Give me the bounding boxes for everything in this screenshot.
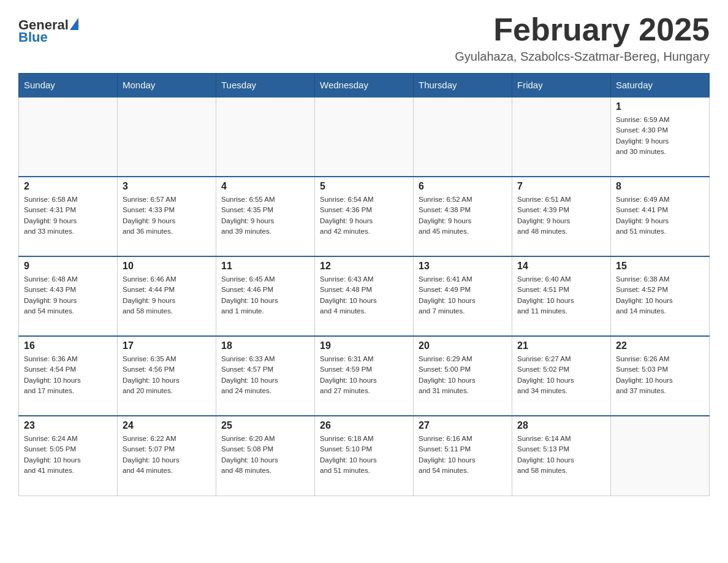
day-number: 21 xyxy=(517,340,605,351)
calendar-cell: 16Sunrise: 6:36 AM Sunset: 4:54 PM Dayli… xyxy=(19,336,118,416)
day-number: 24 xyxy=(123,420,211,431)
day-info: Sunrise: 6:40 AM Sunset: 4:51 PM Dayligh… xyxy=(517,274,605,316)
logo: General Blue xyxy=(18,18,78,44)
calendar-cell: 9Sunrise: 6:48 AM Sunset: 4:43 PM Daylig… xyxy=(19,256,118,336)
calendar-cell xyxy=(216,97,315,177)
calendar-week-5: 23Sunrise: 6:24 AM Sunset: 5:05 PM Dayli… xyxy=(19,416,710,496)
day-number: 23 xyxy=(24,420,112,431)
day-info: Sunrise: 6:54 AM Sunset: 4:36 PM Dayligh… xyxy=(320,194,408,237)
page-header: General Blue February 2025 Gyulahaza, Sz… xyxy=(18,12,710,64)
calendar-cell: 6Sunrise: 6:52 AM Sunset: 4:38 PM Daylig… xyxy=(414,177,512,256)
calendar-cell: 25Sunrise: 6:20 AM Sunset: 5:08 PM Dayli… xyxy=(216,416,315,496)
calendar-cell xyxy=(315,97,414,177)
calendar-cell: 26Sunrise: 6:18 AM Sunset: 5:10 PM Dayli… xyxy=(315,416,414,496)
day-number: 1 xyxy=(616,101,704,112)
day-number: 10 xyxy=(123,261,211,272)
title-section: February 2025 Gyulahaza, Szabolcs-Szatma… xyxy=(455,12,710,64)
day-number: 16 xyxy=(24,340,112,351)
day-info: Sunrise: 6:24 AM Sunset: 5:05 PM Dayligh… xyxy=(24,434,112,476)
day-info: Sunrise: 6:51 AM Sunset: 4:39 PM Dayligh… xyxy=(517,194,605,237)
day-number: 18 xyxy=(221,340,309,351)
day-info: Sunrise: 6:18 AM Sunset: 5:10 PM Dayligh… xyxy=(320,434,408,476)
calendar-cell: 20Sunrise: 6:29 AM Sunset: 5:00 PM Dayli… xyxy=(414,336,512,416)
col-header-tuesday: Tuesday xyxy=(216,74,315,98)
day-info: Sunrise: 6:57 AM Sunset: 4:33 PM Dayligh… xyxy=(123,194,211,237)
day-info: Sunrise: 6:52 AM Sunset: 4:38 PM Dayligh… xyxy=(419,194,507,237)
col-header-thursday: Thursday xyxy=(414,74,512,98)
day-info: Sunrise: 6:26 AM Sunset: 5:03 PM Dayligh… xyxy=(616,354,704,396)
day-number: 17 xyxy=(123,340,211,351)
day-info: Sunrise: 6:46 AM Sunset: 4:44 PM Dayligh… xyxy=(123,274,211,316)
calendar-cell: 3Sunrise: 6:57 AM Sunset: 4:33 PM Daylig… xyxy=(118,177,216,256)
calendar-week-1: 1Sunrise: 6:59 AM Sunset: 4:30 PM Daylig… xyxy=(19,97,710,177)
day-info: Sunrise: 6:59 AM Sunset: 4:30 PM Dayligh… xyxy=(616,115,704,157)
calendar-cell: 23Sunrise: 6:24 AM Sunset: 5:05 PM Dayli… xyxy=(19,416,118,496)
calendar-cell: 15Sunrise: 6:38 AM Sunset: 4:52 PM Dayli… xyxy=(611,256,710,336)
calendar-cell: 27Sunrise: 6:16 AM Sunset: 5:11 PM Dayli… xyxy=(414,416,512,496)
col-header-sunday: Sunday xyxy=(19,74,118,98)
day-number: 11 xyxy=(221,261,309,272)
day-number: 8 xyxy=(616,181,704,192)
calendar-cell: 10Sunrise: 6:46 AM Sunset: 4:44 PM Dayli… xyxy=(118,256,216,336)
day-number: 28 xyxy=(517,420,605,431)
month-title: February 2025 xyxy=(455,12,710,47)
day-info: Sunrise: 6:43 AM Sunset: 4:48 PM Dayligh… xyxy=(320,274,408,316)
day-number: 20 xyxy=(419,340,507,351)
day-number: 4 xyxy=(221,181,309,192)
day-info: Sunrise: 6:49 AM Sunset: 4:41 PM Dayligh… xyxy=(616,194,704,237)
calendar-week-3: 9Sunrise: 6:48 AM Sunset: 4:43 PM Daylig… xyxy=(19,256,710,336)
calendar-cell: 5Sunrise: 6:54 AM Sunset: 4:36 PM Daylig… xyxy=(315,177,414,256)
day-info: Sunrise: 6:45 AM Sunset: 4:46 PM Dayligh… xyxy=(221,274,309,316)
calendar-cell: 13Sunrise: 6:41 AM Sunset: 4:49 PM Dayli… xyxy=(414,256,512,336)
day-number: 27 xyxy=(419,420,507,431)
day-number: 3 xyxy=(123,181,211,192)
calendar-cell: 21Sunrise: 6:27 AM Sunset: 5:02 PM Dayli… xyxy=(512,336,611,416)
calendar-cell xyxy=(512,97,611,177)
day-info: Sunrise: 6:36 AM Sunset: 4:54 PM Dayligh… xyxy=(24,354,112,396)
calendar-cell: 7Sunrise: 6:51 AM Sunset: 4:39 PM Daylig… xyxy=(512,177,611,256)
day-info: Sunrise: 6:27 AM Sunset: 5:02 PM Dayligh… xyxy=(517,354,605,396)
calendar-week-4: 16Sunrise: 6:36 AM Sunset: 4:54 PM Dayli… xyxy=(19,336,710,416)
day-number: 22 xyxy=(616,340,704,351)
day-number: 26 xyxy=(320,420,408,431)
calendar-cell: 1Sunrise: 6:59 AM Sunset: 4:30 PM Daylig… xyxy=(611,97,710,177)
day-info: Sunrise: 6:29 AM Sunset: 5:00 PM Dayligh… xyxy=(419,354,507,396)
col-header-saturday: Saturday xyxy=(611,74,710,98)
calendar-cell: 14Sunrise: 6:40 AM Sunset: 4:51 PM Dayli… xyxy=(512,256,611,336)
calendar-cell: 4Sunrise: 6:55 AM Sunset: 4:35 PM Daylig… xyxy=(216,177,315,256)
day-number: 2 xyxy=(24,181,112,192)
calendar-header-row: Sunday Monday Tuesday Wednesday Thursday… xyxy=(19,74,710,98)
calendar-cell: 11Sunrise: 6:45 AM Sunset: 4:46 PM Dayli… xyxy=(216,256,315,336)
calendar-cell: 28Sunrise: 6:14 AM Sunset: 5:13 PM Dayli… xyxy=(512,416,611,496)
day-number: 19 xyxy=(320,340,408,351)
day-info: Sunrise: 6:33 AM Sunset: 4:57 PM Dayligh… xyxy=(221,354,309,396)
calendar-cell: 2Sunrise: 6:58 AM Sunset: 4:31 PM Daylig… xyxy=(19,177,118,256)
logo-text-blue: Blue xyxy=(18,31,48,44)
calendar-cell xyxy=(611,416,710,496)
calendar-cell: 18Sunrise: 6:33 AM Sunset: 4:57 PM Dayli… xyxy=(216,336,315,416)
day-info: Sunrise: 6:31 AM Sunset: 4:59 PM Dayligh… xyxy=(320,354,408,396)
calendar-week-2: 2Sunrise: 6:58 AM Sunset: 4:31 PM Daylig… xyxy=(19,177,710,256)
day-number: 6 xyxy=(419,181,507,192)
day-info: Sunrise: 6:35 AM Sunset: 4:56 PM Dayligh… xyxy=(123,354,211,396)
day-info: Sunrise: 6:55 AM Sunset: 4:35 PM Dayligh… xyxy=(221,194,309,237)
calendar-cell xyxy=(414,97,512,177)
location-subtitle: Gyulahaza, Szabolcs-Szatmar-Bereg, Hunga… xyxy=(455,50,710,64)
col-header-wednesday: Wednesday xyxy=(315,74,414,98)
calendar-cell xyxy=(19,97,118,177)
day-number: 5 xyxy=(320,181,408,192)
day-info: Sunrise: 6:41 AM Sunset: 4:49 PM Dayligh… xyxy=(419,274,507,316)
day-number: 15 xyxy=(616,261,704,272)
calendar-cell: 8Sunrise: 6:49 AM Sunset: 4:41 PM Daylig… xyxy=(611,177,710,256)
day-number: 25 xyxy=(221,420,309,431)
day-info: Sunrise: 6:22 AM Sunset: 5:07 PM Dayligh… xyxy=(123,434,211,476)
day-info: Sunrise: 6:48 AM Sunset: 4:43 PM Dayligh… xyxy=(24,274,112,316)
day-number: 9 xyxy=(24,261,112,272)
calendar-cell: 17Sunrise: 6:35 AM Sunset: 4:56 PM Dayli… xyxy=(118,336,216,416)
day-info: Sunrise: 6:20 AM Sunset: 5:08 PM Dayligh… xyxy=(221,434,309,476)
col-header-monday: Monday xyxy=(118,74,216,98)
day-info: Sunrise: 6:58 AM Sunset: 4:31 PM Dayligh… xyxy=(24,194,112,237)
day-info: Sunrise: 6:14 AM Sunset: 5:13 PM Dayligh… xyxy=(517,434,605,476)
calendar-cell: 22Sunrise: 6:26 AM Sunset: 5:03 PM Dayli… xyxy=(611,336,710,416)
day-number: 7 xyxy=(517,181,605,192)
